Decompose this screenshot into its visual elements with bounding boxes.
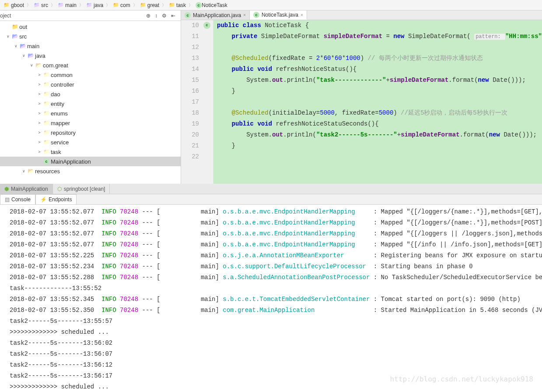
console-output[interactable]: 2018-02-07 13:55:52.077 INFO 70248 --- […	[0, 205, 542, 392]
editor-tab[interactable]: cNoticeTask.java×	[250, 10, 307, 20]
tool-window-tabs: ▤Console⚡Endpoints	[0, 194, 542, 205]
log-line: task-------------13:55:52	[10, 283, 542, 294]
tree-node[interactable]: ∨📂src	[0, 32, 181, 41]
tool-tab-endpoints[interactable]: ⚡Endpoints	[35, 194, 77, 204]
breadcrumb-item[interactable]: 📁src	[32, 2, 50, 8]
chevron-right-icon[interactable]: >	[36, 130, 43, 135]
tree-node[interactable]: cMainApplication	[0, 157, 181, 166]
code-line[interactable]: public class NoticeTask {	[213, 20, 542, 31]
breadcrumb-item[interactable]: 📁main	[56, 2, 78, 8]
close-icon[interactable]: ×	[243, 13, 246, 18]
tree-node[interactable]: >📁common	[0, 70, 181, 80]
class-icon: c	[185, 12, 191, 18]
code-line[interactable]	[213, 151, 542, 162]
code-line[interactable]: }	[213, 140, 542, 151]
line-number: 15	[181, 75, 213, 86]
breadcrumb-item[interactable]: 📁task	[167, 2, 188, 8]
folder-icon: 📂	[27, 168, 34, 175]
chevron-down-icon[interactable]: ∨	[28, 63, 35, 67]
folder-icon: 📁	[43, 71, 50, 78]
tree-node[interactable]: ∨📂com.great	[0, 60, 181, 70]
expand-icon[interactable]: ↕	[155, 13, 157, 19]
code-line[interactable]: public void refreshNoticeStatuSeconds(){	[213, 119, 542, 130]
collapse-icon[interactable]: ⇤	[171, 13, 175, 19]
code-line[interactable]	[213, 97, 542, 108]
chevron-down-icon[interactable]: ∨	[4, 34, 11, 38]
line-number: 16	[181, 86, 213, 97]
breadcrumb-label: src	[41, 2, 48, 8]
chevron-right-icon[interactable]: >	[36, 150, 43, 154]
code-line[interactable]	[213, 42, 542, 53]
log-line: task2------5s-------13:56:07	[10, 349, 542, 360]
chevron-right-icon[interactable]: >	[36, 73, 43, 77]
folder-icon: 📁	[43, 100, 50, 107]
log-line: >>>>>>>>>>>>> scheduled ...	[10, 382, 542, 392]
breadcrumb-label: NoticeTask	[202, 2, 227, 8]
log-line: task2------5s-------13:55:57	[10, 316, 542, 327]
folder-icon: 📂	[11, 33, 18, 40]
project-tree[interactable]: 📁out∨📂src∨📂main∨📂java∨📂com.great>📁common…	[0, 21, 181, 184]
code-line[interactable]: }	[213, 86, 542, 97]
run-tab-label: MainApplication	[11, 186, 48, 192]
code-line[interactable]: public void refreshNoticeStatus(){	[213, 64, 542, 75]
tree-label: enums	[51, 110, 68, 117]
tab-label: NoticeTask.java	[262, 12, 298, 18]
breadcrumb-item[interactable]: 📁gboot	[2, 2, 26, 8]
code-editor[interactable]: 10c111213141516171819202122 public class…	[181, 20, 542, 184]
tree-node[interactable]: >📁service	[0, 137, 181, 147]
target-icon[interactable]: ⊕	[146, 13, 150, 19]
folder-icon: 📂	[35, 62, 42, 69]
breadcrumb-item[interactable]: 📁java	[84, 2, 105, 8]
tree-node[interactable]: >📁dao	[0, 89, 181, 99]
tree-label: service	[51, 139, 69, 146]
breadcrumb-label: main	[65, 2, 77, 8]
tree-node[interactable]: >📁task	[0, 147, 181, 157]
tree-node[interactable]: ∨📂resources	[0, 166, 181, 176]
breadcrumb-item[interactable]: 📁great	[138, 2, 161, 8]
folder-icon: 📁	[3, 2, 10, 8]
folder-icon: 📁	[43, 129, 50, 136]
folder-icon: 📁	[43, 139, 50, 146]
chevron-down-icon[interactable]: ∨	[20, 169, 27, 173]
run-tab[interactable]: ⬡springboot [clean]	[53, 184, 110, 194]
tree-label: common	[51, 72, 73, 78]
code-line[interactable]: System.out.println("task-------------"+s…	[213, 75, 542, 86]
tree-label: repository	[51, 130, 76, 136]
tool-tab-console[interactable]: ▤Console	[0, 194, 35, 204]
project-header[interactable]: oject ⊕ ↕ ⚙ ⇤	[0, 10, 181, 21]
project-sidebar: oject ⊕ ↕ ⚙ ⇤ 📁out∨📂src∨📂main∨📂java∨📂com…	[0, 10, 181, 184]
breadcrumb-item[interactable]: 📁com	[111, 2, 132, 8]
code-line[interactable]: System.out.println("task2------5s-------…	[213, 130, 542, 140]
chevron-down-icon[interactable]: ∨	[12, 44, 19, 48]
breadcrumb-item[interactable]: cNoticeTask	[194, 2, 229, 8]
run-config-tabs: ⬢MainApplication⬡springboot [clean]	[0, 184, 542, 194]
tree-node[interactable]: ∨📂main	[0, 41, 181, 51]
log-line: 2018-02-07 13:55:52.345 INFO 70248 --- […	[10, 294, 542, 305]
tree-node[interactable]: >📁repository	[0, 128, 181, 137]
tree-node[interactable]: 📁out	[0, 22, 181, 32]
code-body[interactable]: public class NoticeTask { private Simple…	[213, 20, 542, 184]
editor-tab[interactable]: cMainApplication.java×	[181, 10, 250, 20]
code-line[interactable]: @Scheduled(fixedRate = 2*60*60*1000) // …	[213, 53, 542, 64]
tree-node[interactable]: ∨📂java	[0, 51, 181, 60]
close-icon[interactable]: ×	[301, 13, 303, 18]
spring-icon: ⬢	[4, 186, 9, 192]
gear-icon[interactable]: ⚙	[162, 13, 167, 19]
chevron-right-icon[interactable]: >	[36, 140, 43, 144]
chevron-right-icon[interactable]: >	[36, 102, 43, 106]
code-line[interactable]: @Scheduled(initialDelay=5000, fixedRate=…	[213, 108, 542, 119]
chevron-right-icon[interactable]: >	[36, 111, 43, 116]
tree-node[interactable]: >📁entity	[0, 99, 181, 108]
tree-node[interactable]: >📁enums	[0, 108, 181, 118]
tree-node[interactable]: >📁controller	[0, 80, 181, 89]
run-tab[interactable]: ⬢MainApplication	[0, 184, 53, 194]
log-line: 2018-02-07 13:55:52.288 INFO 70248 --- […	[10, 272, 542, 283]
chevron-right-icon[interactable]: >	[36, 92, 43, 96]
chevron-down-icon[interactable]: ∨	[20, 53, 27, 58]
line-gutter: 10c111213141516171819202122	[181, 20, 213, 184]
code-line[interactable]: private SimpleDateFormat simpleDateForma…	[213, 31, 542, 42]
chevron-right-icon[interactable]: >	[36, 82, 43, 87]
tree-node[interactable]: >📁mapper	[0, 118, 181, 128]
chevron-right-icon[interactable]: >	[36, 121, 43, 125]
tree-label: MainApplication	[51, 158, 91, 165]
